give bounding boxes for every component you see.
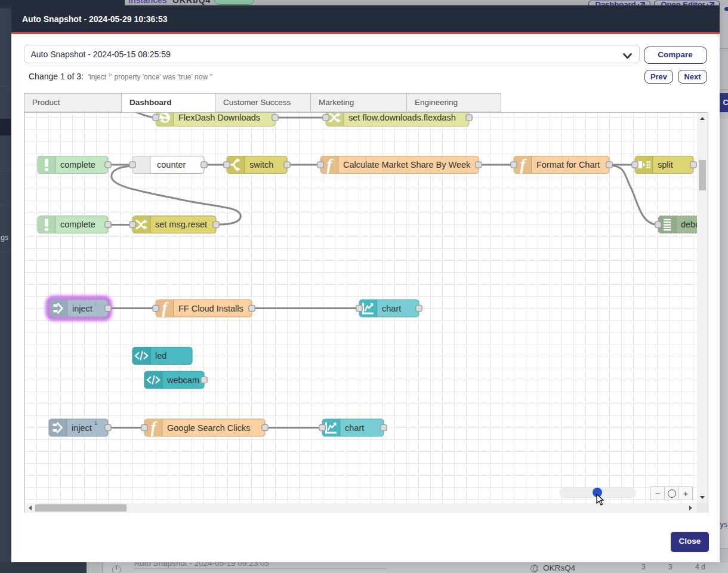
svg-text:Format for Chart: Format for Chart xyxy=(536,160,600,170)
svg-text:debug: debug xyxy=(681,220,697,229)
svg-text:chart: chart xyxy=(345,423,364,432)
svg-text:counter: counter xyxy=(157,160,186,170)
svg-text:1: 1 xyxy=(94,420,97,426)
svg-text:set msg.reset: set msg.reset xyxy=(155,220,207,229)
svg-text:set flow.downloads.flexdash: set flow.downloads.flexdash xyxy=(348,113,456,122)
svg-text:FlexDash Downloads: FlexDash Downloads xyxy=(178,113,260,122)
svg-text:FF Cloud Installs: FF Cloud Installs xyxy=(178,303,243,313)
svg-text:complete: complete xyxy=(60,220,95,229)
svg-text:complete: complete xyxy=(60,160,95,170)
svg-text:Google Search Clicks: Google Search Clicks xyxy=(167,423,250,432)
svg-text:1: 1 xyxy=(94,301,97,307)
svg-text:split: split xyxy=(658,160,673,170)
svg-text:Calculate Market Share By Week: Calculate Market Share By Week xyxy=(343,160,471,170)
svg-text:inject: inject xyxy=(72,423,92,432)
svg-text:switch: switch xyxy=(249,160,273,170)
svg-text:webcam: webcam xyxy=(166,375,199,384)
svg-text:chart: chart xyxy=(382,303,401,313)
svg-text:inject: inject xyxy=(72,303,92,313)
svg-text:led: led xyxy=(155,351,166,361)
